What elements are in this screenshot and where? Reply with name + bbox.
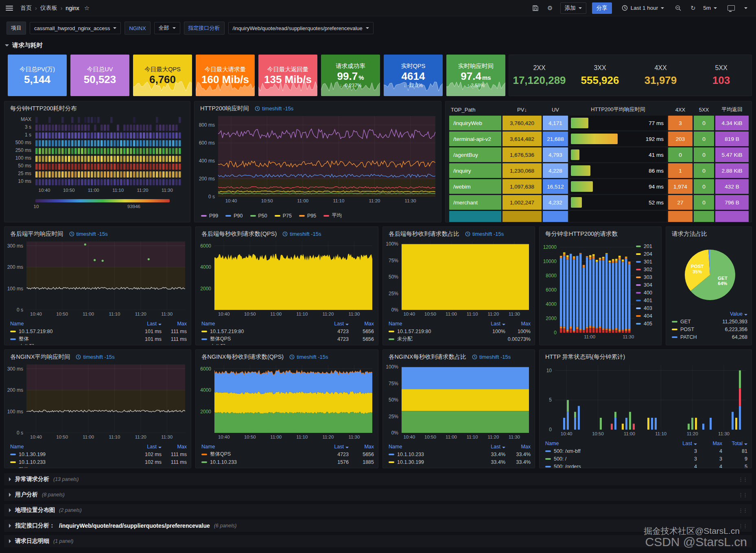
status-stat-3XX[interactable]: 3XX555,926 [570,55,630,96]
nginx-select[interactable]: 全部 [154,22,180,34]
legend-item[interactable]: P99 [201,213,218,219]
table-cell-path[interactable]: /merchant [449,195,501,210]
legend-row[interactable]: 未分配0 [201,343,374,345]
add-button[interactable]: 添加 [560,2,586,14]
stat-tile-2[interactable]: 今日总UV50,523 [70,55,129,96]
table-cell-path[interactable]: /webim [449,179,501,194]
stat-tile-5[interactable]: 今日最大返回量135 Mib/s [258,55,317,96]
legend-item[interactable]: P50 [250,213,267,219]
stat-tile-7[interactable]: 实时QPS4614↓ -12.3% [384,55,443,96]
nginx-filter-label[interactable]: NGINX [125,22,150,35]
legend-row[interactable]: 10.1.57.219:8047235656 [201,327,374,335]
legend-row[interactable]: 10.1.30.19933.4%33.4% [389,458,531,466]
timeshift-badge[interactable]: timeshift -15s [472,354,511,360]
table-header[interactable]: PV ↓ [503,105,542,114]
breadcrumb-current[interactable]: nginx [66,5,79,11]
tv-mode-icon[interactable] [727,4,736,13]
stat-tile-1[interactable]: 今日总PV(万)5,144 [8,55,67,96]
table-header[interactable]: UV [543,105,568,114]
legend-item[interactable]: P90 [225,213,243,219]
legend-row[interactable]: 整体QPS47235656 [201,450,374,458]
menu-icon[interactable] [6,6,13,11]
legend-item[interactable]: P95 [299,213,316,219]
legend-item[interactable]: 201 [636,242,659,250]
timeshift-badge[interactable]: timeshift -15s [282,231,321,237]
legend-item[interactable]: 401 [636,296,659,304]
timeshift-badge[interactable]: timeshift -15s [465,231,504,237]
share-button[interactable]: 分享 [592,2,612,14]
legend-item[interactable]: 400 [636,289,659,296]
legend-item[interactable]: 405 [636,320,659,327]
legend-row[interactable]: POST6,223,356 [672,325,747,333]
drag-handle-icon[interactable]: ⋮⋮ [738,507,747,514]
save-dashboard-icon[interactable] [531,4,540,13]
refresh-icon[interactable]: ↻ [688,4,697,13]
legend-item[interactable]: 303 [636,273,659,281]
settings-gear-icon[interactable]: ⚙ [546,4,555,13]
timeshift-badge[interactable]: timeshift -15s [289,354,328,360]
legend-row[interactable]: 10.1.57.219:80100%100% [389,327,531,335]
legend-row[interactable]: 整体101 ms111 ms [10,335,187,343]
table-header[interactable]: HTTP200平均响应时间 [569,105,667,114]
timeshift-badge[interactable]: timeshift -15s [255,105,293,112]
legend-row[interactable]: 未分配0.00273% [389,335,531,343]
legend-item[interactable]: 平均 [323,212,342,219]
breadcrumb-home[interactable]: 首页 [20,4,32,12]
table-cell-path[interactable]: /terminal-api-v2 [449,132,501,146]
table-header[interactable]: 平均返回 [715,105,749,114]
status-stat-5XX[interactable]: 5XX103 [691,55,752,96]
collapsed-row-4[interactable]: 指定接口分析：/inquiryWeb/quote/read/supplierqu… [4,520,752,532]
legend-row[interactable]: 10.1.30.199102 ms111 ms [10,450,187,458]
legend-row[interactable]: 500: /339 [545,455,747,463]
refresh-interval-picker[interactable]: 5m [703,2,721,14]
breadcrumb-dashboards[interactable]: 仪表板 [40,4,57,12]
legend-row[interactable]: 500: /xm-bff3481 [545,447,747,455]
drag-handle-icon[interactable]: ⋮⋮ [738,476,747,483]
legend-item[interactable]: 404 [636,312,659,320]
table-header[interactable]: 5XX [694,105,714,114]
legend-row[interactable]: 10.1.57.18433.3%33.4% [389,466,531,468]
legend-row[interactable]: 500: /orders445 [545,463,747,468]
timeshift-badge[interactable]: timeshift -15s [76,354,114,360]
table-cell-path[interactable]: /inquiryWeb [449,116,501,130]
api-filter-label[interactable]: 指定接口分析 [184,22,225,35]
time-range-picker[interactable]: Last 1 hour [618,2,669,14]
legend-item[interactable]: P75 [275,213,292,219]
legend-row[interactable]: GET11,250,393 [672,318,747,325]
legend-item[interactable]: 204 [636,250,659,258]
legend-item[interactable]: 304 [636,281,659,289]
legend-row[interactable]: 10.1.10.233102 ms111 ms [10,458,187,466]
legend-item[interactable]: 302 [636,266,659,273]
stat-tile-8[interactable]: 实时响应时间97.4ms↑ 3.58% [446,55,505,96]
legend-row[interactable]: 10.1.10.23315761885 [201,458,374,466]
collapse-navbar-icon[interactable] [741,4,750,13]
collapsed-row-5[interactable]: 请求日志明细(1 panel)⋮⋮ [4,535,752,547]
legend-row[interactable]: 10.1.57.219:80101 ms111 ms [10,327,187,335]
drag-handle-icon[interactable]: ⋮⋮ [738,492,747,498]
table-cell-path[interactable]: /agentBuy [449,147,501,162]
star-icon[interactable]: ☆ [84,4,90,12]
collapsed-row-3[interactable]: 地理位置分布图(2 panels)⋮⋮ [4,504,752,516]
row-header-requests[interactable]: 请求与耗时 [5,42,43,49]
status-stat-4XX[interactable]: 4XX31,979 [630,55,691,96]
zoom-out-icon[interactable] [674,4,683,13]
project-select[interactable]: cassmall_hwprod_nginx_access [30,22,121,34]
status-stat-2XX[interactable]: 2XX17,120,289 [509,55,570,96]
legend-row[interactable]: 未分配469 ms [10,343,187,345]
timeshift-badge[interactable]: timeshift -15s [69,231,108,237]
legend-row[interactable]: 整体QPS47235656 [201,335,374,343]
legend-row[interactable]: 10.1.30.19915751885 [201,466,374,468]
collapsed-row-2[interactable]: 用户分析(8 panels)⋮⋮ [4,489,752,501]
api-select[interactable]: /inquiryWeb/quote/read/supplierquotes/pr… [228,22,374,34]
legend-row[interactable]: PATCH64,268 [672,333,747,341]
legend-row[interactable]: 10.1.10.23333.4%33.4% [389,450,531,458]
table-cell-path[interactable]: /inquiry [449,163,501,178]
stat-tile-6[interactable]: 请求成功率99.7%↓ -0.237% [321,55,380,96]
stat-tile-4[interactable]: 今日最大请求量160 Mib/s [196,55,255,96]
stat-tile-3[interactable]: 今日最大QPS6,760 [133,55,192,96]
collapsed-row-1[interactable]: 异常请求分析(13 panels)⋮⋮ [4,473,752,485]
table-header[interactable]: TOP_Path [449,105,501,114]
legend-row[interactable]: 整体101 ms111 ms [10,466,187,468]
legend-item[interactable]: 301 [636,258,659,266]
legend-item[interactable]: 403 [636,304,659,312]
